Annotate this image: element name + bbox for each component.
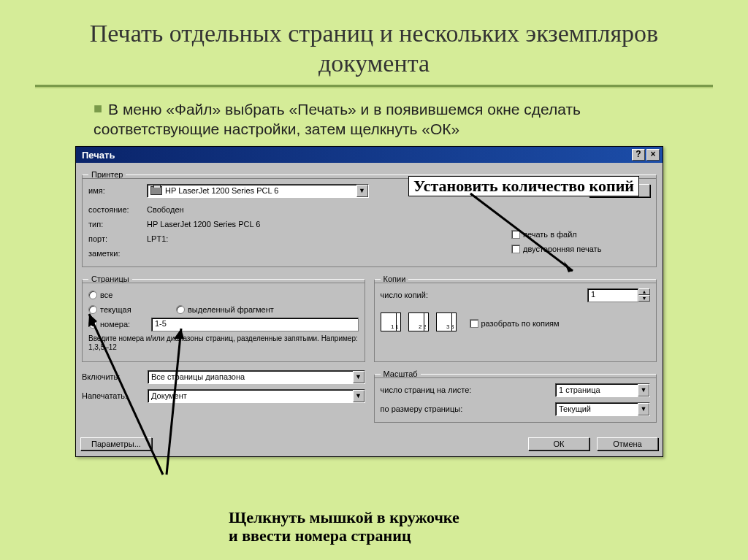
help-button[interactable]: ?: [632, 149, 645, 161]
copies-group: Копии число копий: 1 ▲▼ 11: [374, 275, 657, 362]
state-value: Свободен: [147, 205, 184, 214]
collate-label: разобрать по копиям: [481, 319, 560, 328]
printer-name-label: имя:: [88, 186, 147, 195]
collate-check[interactable]: разобрать по копиям: [470, 319, 560, 328]
chevron-down-icon[interactable]: ▼: [638, 384, 649, 396]
printer-name-value: HP LaserJet 1200 Series PCL 6: [165, 186, 278, 195]
pages-hint: Введите номера и/или диапазоны страниц, …: [88, 334, 359, 352]
print-to-file-check[interactable]: печать в файл: [511, 227, 650, 242]
scale-legend: Масштаб: [381, 369, 421, 378]
subtitle-text: В меню «Файл» выбрать «Печать» и в появи…: [94, 101, 581, 137]
print-what-label: Напечатать:: [82, 391, 148, 400]
parameters-button[interactable]: Параметры...: [80, 437, 152, 450]
pages-legend: Страницы: [88, 275, 132, 283]
per-sheet-value: 1 страница: [556, 385, 638, 395]
title-separator: [35, 85, 713, 87]
include-label: Включить:: [82, 372, 148, 381]
dialog-title: Печать: [82, 150, 115, 161]
radio-all[interactable]: все: [88, 288, 359, 302]
radio-selection[interactable]: выделенный фрагмент: [176, 305, 274, 314]
radio-all-label: все: [100, 291, 112, 299]
callout-pages-line2: и ввести номера страниц: [229, 526, 459, 545]
scale-group: Масштаб число страниц на листе: 1 страни…: [374, 369, 657, 423]
chevron-down-icon[interactable]: ▼: [353, 371, 365, 383]
callout-copies: Установить количество копий: [408, 176, 639, 196]
cancel-button[interactable]: Отмена: [597, 437, 658, 450]
radio-numbers-label: номера:: [100, 320, 130, 329]
fit-label: по размеру страницы:: [381, 404, 552, 413]
collate-illustration: 11 22 33: [381, 312, 459, 334]
include-dropdown[interactable]: Все страницы диапазона ▼: [148, 370, 365, 384]
notes-label: заметки:: [88, 249, 147, 258]
bullet-icon: ■: [94, 100, 102, 116]
duplex-label: двусторонняя печать: [523, 245, 601, 253]
per-sheet-label: число страниц на листе:: [381, 386, 552, 394]
callout-pages: Щелкнуть мышкой в кружочке и ввести номе…: [229, 508, 459, 545]
radio-current[interactable]: текущая: [88, 305, 176, 314]
include-value: Все страницы диапазона: [148, 372, 353, 382]
type-value: HP LaserJet 1200 Series PCL 6: [147, 220, 260, 229]
type-label: тип:: [88, 220, 147, 229]
port-value: LPT1:: [147, 234, 168, 243]
spin-down-icon[interactable]: ▼: [638, 295, 650, 302]
copies-count-value[interactable]: 1: [587, 288, 638, 302]
copies-spinner[interactable]: 1 ▲▼: [587, 288, 650, 302]
copies-legend: Копии: [381, 275, 409, 283]
duplex-check[interactable]: двусторонняя печать: [511, 242, 650, 256]
ok-button[interactable]: ОК: [528, 437, 589, 450]
dialog-titlebar[interactable]: Печать ? ×: [76, 147, 663, 163]
chevron-down-icon[interactable]: ▼: [353, 390, 365, 402]
slide-title: Печать отдельных страниц и нескольких эк…: [6, 6, 742, 82]
radio-selection-label: выделенный фрагмент: [188, 305, 274, 314]
radio-current-label: текущая: [100, 305, 131, 314]
pages-group: Страницы все текущая выделенный фрагмент…: [82, 275, 365, 362]
fit-dropdown[interactable]: Текущий ▼: [555, 402, 650, 416]
state-label: состояние:: [88, 205, 147, 214]
print-to-file-label: печать в файл: [523, 230, 577, 239]
radio-numbers[interactable]: номера:: [88, 320, 147, 329]
spin-up-icon[interactable]: ▲: [638, 288, 650, 295]
printer-legend: Принтер: [88, 170, 126, 179]
print-what-value: Документ: [148, 391, 353, 401]
close-button[interactable]: ×: [646, 149, 660, 161]
chevron-down-icon[interactable]: ▼: [638, 403, 649, 415]
slide-subtitle: ■В меню «Файл» выбрать «Печать» и в появ…: [6, 94, 742, 144]
callout-pages-line1: Щелкнуть мышкой в кружочке: [229, 508, 459, 526]
fit-value: Текущий: [556, 404, 638, 414]
copies-count-label: число копий:: [381, 291, 582, 299]
chevron-down-icon[interactable]: ▼: [356, 185, 368, 197]
print-dialog: Печать ? × Принтер имя: HP LaserJet 1200…: [75, 146, 663, 457]
page-numbers-input[interactable]: 1-5: [151, 318, 359, 331]
printer-icon: [150, 186, 162, 195]
printer-name-dropdown[interactable]: HP LaserJet 1200 Series PCL 6 ▼: [147, 184, 369, 198]
per-sheet-dropdown[interactable]: 1 страница ▼: [555, 383, 650, 397]
print-what-dropdown[interactable]: Документ ▼: [148, 389, 365, 403]
port-label: порт:: [88, 234, 147, 243]
